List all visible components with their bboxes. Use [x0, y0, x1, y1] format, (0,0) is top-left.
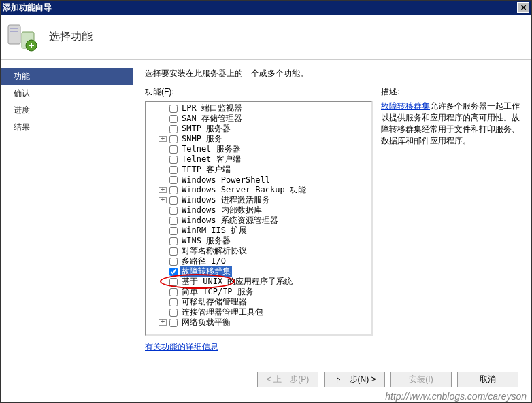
tree-item[interactable]: 故障转移群集	[146, 266, 371, 277]
expander-blank	[159, 177, 167, 183]
tree-item[interactable]: Telnet 服务器	[146, 144, 371, 154]
tree-item[interactable]: +Windows 进程激活服务	[146, 195, 371, 205]
tree-item[interactable]: SAN 存储管理器	[146, 113, 371, 124]
expander-blank	[159, 116, 167, 122]
sidebar-item-results[interactable]: 结果	[0, 119, 133, 136]
wizard-icon	[7, 22, 37, 52]
feature-checkbox[interactable]	[169, 227, 178, 235]
description-link[interactable]: 故障转移群集	[381, 101, 430, 111]
sidebar-item-confirm[interactable]: 确认	[0, 85, 133, 102]
expander-blank	[159, 309, 167, 315]
instruction-text: 选择要安装在此服务器上的一个或多个功能。	[145, 68, 522, 80]
expand-icon[interactable]: +	[159, 136, 167, 142]
features-tree[interactable]: LPR 端口监视器SAN 存储管理器SMTP 服务器+SNMP 服务Telnet…	[145, 101, 373, 336]
feature-checkbox[interactable]	[169, 319, 178, 327]
feature-checkbox[interactable]	[169, 207, 178, 215]
tree-item[interactable]: WINS 服务器	[146, 236, 371, 246]
tree-item[interactable]: 连接管理器管理工具包	[146, 307, 371, 317]
tree-item[interactable]: LPR 端口监视器	[146, 103, 371, 113]
svg-rect-2	[10, 31, 18, 32]
title-bar: 添加功能向导 ✕	[0, 0, 532, 15]
feature-label: 网络负载平衡	[180, 317, 232, 328]
tree-item[interactable]: +Windows Server Backup 功能	[146, 185, 371, 195]
page-title: 选择功能	[49, 30, 93, 44]
feature-checkbox[interactable]	[169, 156, 178, 164]
expander-blank	[159, 299, 167, 305]
tree-item[interactable]: 基于 UNIX 的应用程序子系统	[146, 277, 371, 287]
expander-blank	[159, 207, 167, 213]
expand-icon[interactable]: +	[159, 197, 167, 203]
feature-checkbox[interactable]	[169, 288, 178, 296]
tree-item[interactable]: Windows 系统资源管理器	[146, 215, 371, 226]
wizard-header: 选择功能	[0, 15, 532, 60]
feature-checkbox[interactable]	[169, 105, 178, 113]
tree-item[interactable]: TFTP 客户端	[146, 164, 371, 175]
feature-checkbox[interactable]	[169, 268, 178, 276]
expander-blank	[159, 268, 167, 275]
feature-checkbox[interactable]	[169, 125, 178, 133]
next-button[interactable]: 下一步(N) >	[324, 372, 385, 387]
tree-item[interactable]: Windows PowerShell	[146, 175, 371, 185]
cancel-button[interactable]: 取消	[457, 372, 518, 387]
svg-rect-1	[10, 28, 18, 29]
tree-item[interactable]: +网络负载平衡	[146, 317, 371, 328]
feature-checkbox[interactable]	[169, 115, 178, 123]
feature-checkbox[interactable]	[169, 258, 178, 266]
feature-checkbox[interactable]	[169, 176, 178, 184]
features-label: 功能(F):	[145, 86, 373, 98]
feature-checkbox[interactable]	[169, 196, 178, 205]
tree-item[interactable]: Windows 内部数据库	[146, 205, 371, 215]
window-title: 添加功能向导	[3, 0, 52, 15]
feature-checkbox[interactable]	[169, 309, 178, 317]
close-icon: ✕	[520, 0, 527, 15]
expander-blank	[159, 146, 167, 152]
expander-blank	[159, 228, 167, 234]
feature-checkbox[interactable]	[169, 135, 178, 143]
description-label: 描述:	[381, 86, 522, 98]
expander-blank	[159, 289, 167, 295]
tree-item[interactable]: SMTP 服务器	[146, 124, 371, 134]
feature-checkbox[interactable]	[169, 298, 178, 306]
feature-label: Windows PowerShell	[180, 175, 271, 185]
watermark-text: http://www.cnblogs.com/careyson	[385, 391, 527, 402]
feature-checkbox[interactable]	[169, 278, 178, 286]
wizard-body: 功能 确认 进度 结果 选择要安装在此服务器上的一个或多个功能。 功能(F): …	[0, 60, 532, 362]
tree-item[interactable]: WinRM IIS 扩展	[146, 226, 371, 236]
feature-checkbox[interactable]	[169, 217, 178, 225]
expander-blank	[159, 238, 167, 244]
expander-blank	[159, 167, 167, 173]
feature-checkbox[interactable]	[169, 145, 178, 154]
tree-item[interactable]: 对等名称解析协议	[146, 246, 371, 256]
prev-button[interactable]: < 上一步(P)	[257, 372, 318, 387]
install-button[interactable]: 安装(I)	[390, 372, 452, 387]
expander-blank	[159, 156, 167, 162]
expander-blank	[159, 248, 167, 254]
feature-checkbox[interactable]	[169, 247, 178, 256]
feature-checkbox[interactable]	[169, 166, 178, 174]
wizard-steps-sidebar: 功能 确认 进度 结果	[0, 60, 133, 362]
svg-rect-6	[31, 43, 32, 48]
main-panel: 选择要安装在此服务器上的一个或多个功能。 功能(F): LPR 端口监视器SAN…	[133, 60, 532, 362]
expand-icon[interactable]: +	[159, 187, 167, 193]
feature-checkbox[interactable]	[169, 237, 178, 245]
description-text: 故障转移群集允许多个服务器一起工作以提供服务和应用程序的高可用性。故障转移群集经…	[381, 101, 522, 147]
tree-item[interactable]: 简单 TCP/IP 服务	[146, 287, 371, 297]
tree-item[interactable]: 多路径 I/O	[146, 256, 371, 266]
feature-checkbox[interactable]	[169, 186, 178, 194]
feature-label: TFTP 客户端	[180, 164, 232, 175]
tree-item[interactable]: Telnet 客户端	[146, 154, 371, 164]
close-button[interactable]: ✕	[517, 2, 529, 13]
details-link[interactable]: 有关功能的详细信息	[145, 341, 373, 353]
expander-blank	[159, 217, 167, 224]
expand-icon[interactable]: +	[159, 319, 167, 326]
expander-blank	[159, 258, 167, 264]
sidebar-item-progress[interactable]: 进度	[0, 102, 133, 119]
expander-blank	[159, 105, 167, 111]
expander-blank	[159, 126, 167, 132]
sidebar-item-features[interactable]: 功能	[0, 68, 133, 85]
tree-item[interactable]: +SNMP 服务	[146, 134, 371, 144]
expander-blank	[159, 279, 167, 285]
tree-item[interactable]: 可移动存储管理器	[146, 297, 371, 307]
